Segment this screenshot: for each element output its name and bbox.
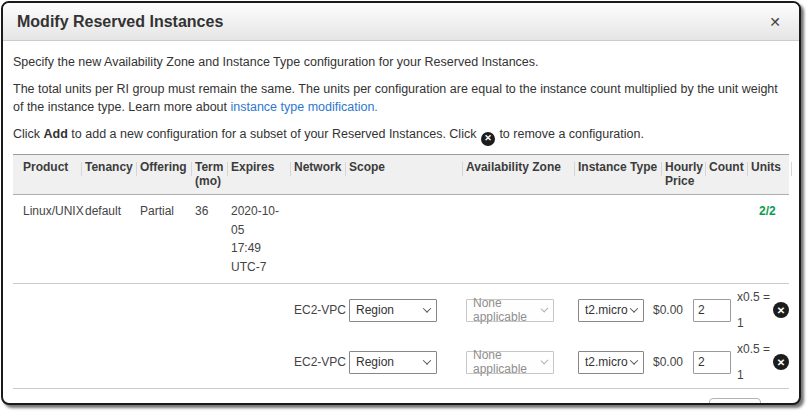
intro-line-3-mid: to add a new configuration for a subset … [68,127,480,141]
ri-term: 36 [195,195,231,283]
instance-type-modification-link[interactable]: instance type modification. [231,100,378,114]
chevron-down-icon [423,357,431,365]
col-header-network: Network [294,155,349,194]
availability-zone-select: None applicable [466,351,554,374]
col-header-term: Term (mo) [195,155,231,194]
instance-type-select-value: t2.micro [585,355,628,369]
configuration-row: EC2-VPC Region None applicable [13,336,789,388]
col-header-product: Product [23,155,85,194]
remove-icon: ✕ [481,132,495,146]
chevron-down-icon [630,305,638,313]
chevron-down-icon [423,305,431,313]
ri-expires: 2020-10-05 17:49 UTC-7 [231,195,294,283]
reserved-instances-table: Product Tenancy Offering Term (mo) Expir… [13,154,789,405]
chevron-down-icon [630,357,638,365]
col-header-instance-type: Instance Type [578,155,665,194]
intro-line-1: Specify the new Availability Zone and In… [13,53,789,71]
ri-expires-time: 17:49 UTC-7 [231,239,292,276]
col-header-expires: Expires [231,155,294,194]
scope-select-value: Region [356,355,394,369]
col-header-count: Count [709,155,751,194]
col-header-hourly-price: Hourly Price [665,155,709,194]
reserved-instance-row: Linux/UNIX default Partial 36 2020-10-05… [13,195,789,284]
add-row: Add [13,389,789,405]
modify-reserved-instances-dialog: Modify Reserved Instances ✕ Specify the … [1,1,801,405]
col-header-scope: Scope [349,155,466,194]
col-header-offering: Offering [140,155,195,194]
col-header-availability-zone: Availability Zone [466,155,578,194]
ri-expires-date: 2020-10-05 [231,202,292,239]
table-header-row: Product Tenancy Offering Term (mo) Expir… [13,154,789,195]
intro-line-3-add: Add [44,127,68,141]
configuration-rows: EC2-VPC Region None applicable [13,284,789,389]
ri-product: Linux/UNIX [23,195,85,283]
instance-type-select[interactable]: t2.micro [578,351,644,374]
intro-line-2-text: The total units per RI group must remain… [13,82,778,114]
availability-zone-select: None applicable [466,299,554,322]
scope-select[interactable]: Region [349,299,437,322]
intro-line-3-post: to remove a configuration. [496,127,644,141]
ri-units-badge: 2/2 [751,195,795,283]
instance-type-select-value: t2.micro [585,303,628,317]
col-header-units: Units [751,155,795,194]
intro-line-3: Click Add to add a new configuration for… [13,125,789,146]
ri-tenancy: default [85,195,140,283]
add-button[interactable]: Add [709,398,761,405]
count-input[interactable] [693,299,731,322]
cfg-network: EC2-VPC [294,355,349,369]
intro-line-2: The total units per RI group must remain… [13,80,789,116]
instance-type-select[interactable]: t2.micro [578,299,644,322]
col-header-tenancy: Tenancy [85,155,140,194]
scope-select[interactable]: Region [349,351,437,374]
availability-zone-select-value: None applicable [473,348,542,376]
intro-text: Specify the new Availability Zone and In… [13,53,789,146]
cfg-network: EC2-VPC [294,303,349,317]
availability-zone-select-value: None applicable [473,296,542,324]
dialog-title: Modify Reserved Instances [17,13,223,31]
dialog-body: Specify the new Availability Zone and In… [3,41,799,405]
intro-line-3-pre: Click [13,127,44,141]
close-icon[interactable]: ✕ [765,12,785,32]
scope-select-value: Region [356,303,394,317]
configuration-row: EC2-VPC Region None applicable [13,284,789,336]
count-input[interactable] [693,351,731,374]
dialog-titlebar: Modify Reserved Instances ✕ [3,3,799,41]
ri-offering: Partial [140,195,195,283]
